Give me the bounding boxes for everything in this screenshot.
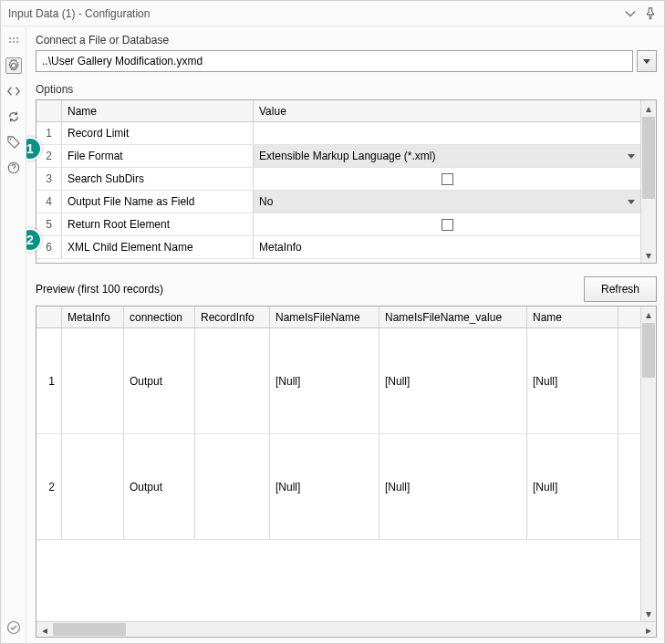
preview-cell[interactable]	[195, 328, 270, 433]
output-filename-select[interactable]: No	[254, 191, 640, 213]
panel-title: Input Data (1) - Configuration	[8, 7, 150, 20]
scroll-thumb[interactable]	[642, 117, 655, 199]
search-subdirs-checkbox[interactable]	[442, 173, 453, 185]
row-number: 4	[36, 191, 62, 213]
scroll-thumb[interactable]	[53, 623, 126, 636]
rail-drag-icon[interactable]	[5, 32, 22, 48]
scroll-thumb[interactable]	[642, 323, 655, 378]
preview-col-header[interactable]: MetaInfo	[62, 306, 124, 327]
scroll-up-icon[interactable]: ▴	[641, 100, 656, 116]
preview-cell[interactable]: [Null]	[379, 434, 527, 539]
preview-col-header[interactable]: Name	[527, 306, 618, 327]
options-row: 1 Record Limit	[36, 122, 640, 145]
option-name: Output File Name as Field	[62, 191, 254, 213]
preview-label: Preview (first 100 records)	[36, 283, 163, 296]
options-row: 4 Output File Name as Field No	[36, 191, 640, 213]
preview-rownum: 1	[36, 328, 62, 433]
svg-point-5	[16, 41, 18, 43]
preview-row: 1 Output [Null] [Null] [Null]	[36, 328, 640, 434]
connect-label: Connect a File or Database	[36, 34, 657, 47]
collapse-icon[interactable]	[624, 7, 637, 20]
svg-point-4	[13, 41, 15, 43]
tool-icon-rail	[1, 26, 26, 643]
preview-vscrollbar[interactable]: ▴ ▾	[640, 306, 656, 621]
refresh-tab-icon[interactable]	[5, 109, 22, 125]
svg-point-6	[9, 139, 11, 140]
option-name: File Format	[62, 145, 254, 167]
options-row: 3 Search SubDirs	[36, 168, 640, 191]
preview-rownum-header	[36, 306, 62, 327]
config-tab-icon[interactable]	[5, 57, 22, 74]
chevron-down-icon	[628, 154, 635, 159]
preview-grid: MetaInfo connection RecordInfo NameIsFil…	[36, 306, 657, 638]
pin-icon[interactable]	[644, 7, 657, 20]
option-name: Search SubDirs	[62, 168, 254, 190]
options-row: 6 XML Child Element Name MetaInfo	[36, 236, 640, 259]
preview-cell[interactable]: [Null]	[270, 434, 379, 539]
svg-point-2	[16, 37, 18, 39]
svg-point-0	[9, 37, 11, 39]
row-number: 3	[36, 168, 62, 190]
row-number: 5	[36, 213, 62, 235]
xml-child-element-value[interactable]: MetaInfo	[254, 236, 640, 258]
preview-cell[interactable]	[195, 434, 270, 539]
preview-col-header[interactable]: RecordInfo	[195, 306, 270, 327]
preview-cell[interactable]	[62, 328, 124, 433]
svg-point-3	[9, 41, 11, 43]
help-tab-icon[interactable]	[5, 160, 22, 176]
options-label: Options	[36, 83, 657, 96]
status-check-icon	[5, 619, 22, 636]
return-root-checkbox[interactable]	[442, 219, 453, 231]
value-column-header[interactable]: Value	[254, 100, 640, 121]
file-format-select[interactable]: Extensible Markup Language (*.xml)	[254, 145, 640, 167]
option-name: Return Root Element	[62, 213, 254, 235]
option-name: XML Child Element Name	[62, 236, 254, 258]
tag-tab-icon[interactable]	[5, 134, 22, 151]
preview-col-header[interactable]: NameIsFileName_value	[379, 306, 527, 327]
row-number-header	[36, 100, 62, 121]
preview-rownum: 2	[36, 434, 62, 539]
options-row: 5 Return Root Element	[36, 213, 640, 236]
preview-cell[interactable]: [Null]	[527, 434, 618, 539]
preview-cell[interactable]	[62, 434, 124, 539]
preview-col-header[interactable]: NameIsFileName	[270, 306, 379, 327]
option-name: Record Limit	[62, 122, 254, 144]
preview-cell[interactable]: Output	[124, 434, 195, 539]
row-number: 1	[36, 122, 62, 144]
svg-point-1	[13, 37, 15, 39]
preview-cell[interactable]: Output	[124, 328, 195, 433]
scroll-up-icon[interactable]: ▴	[641, 306, 656, 322]
preview-cell[interactable]: [Null]	[270, 328, 379, 433]
refresh-button[interactable]: Refresh	[584, 276, 657, 302]
options-row: 2 File Format Extensible Markup Language…	[36, 145, 640, 168]
scroll-down-icon[interactable]: ▾	[641, 247, 656, 263]
file-dropdown-button[interactable]	[637, 50, 657, 72]
preview-row: 2 Output [Null] [Null] [Null]	[36, 434, 640, 540]
scroll-left-icon[interactable]: ◂	[36, 622, 52, 638]
chevron-down-icon	[643, 59, 650, 64]
file-path-input[interactable]	[36, 50, 633, 72]
name-column-header[interactable]: Name	[62, 100, 254, 121]
preview-hscrollbar[interactable]: ◂ ▸	[36, 621, 656, 637]
preview-cell[interactable]: [Null]	[527, 328, 618, 433]
titlebar: Input Data (1) - Configuration	[1, 1, 664, 26]
xml-tab-icon[interactable]	[5, 83, 22, 99]
preview-cell[interactable]: [Null]	[379, 328, 527, 433]
preview-col-header[interactable]: connection	[124, 306, 195, 327]
record-limit-value[interactable]	[254, 122, 640, 144]
options-vscrollbar[interactable]: ▴ ▾	[640, 100, 656, 263]
chevron-down-icon	[628, 200, 635, 204]
scroll-right-icon[interactable]: ▸	[640, 622, 656, 638]
scroll-down-icon[interactable]: ▾	[641, 606, 656, 621]
options-grid: 1 2 Name Value 1 Record Limit 2	[36, 99, 657, 264]
